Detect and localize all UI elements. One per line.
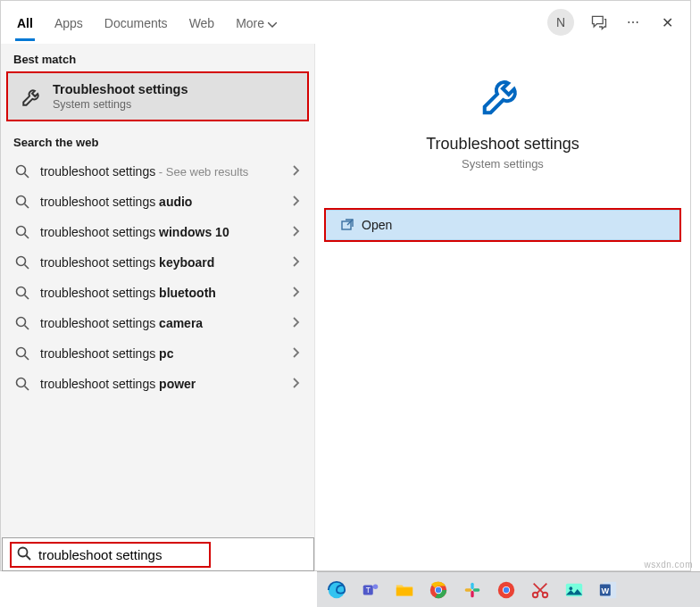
best-match-item[interactable]: Troubleshoot settings System settings (6, 71, 309, 121)
svg-point-21 (373, 584, 379, 589)
chevron-right-icon (293, 377, 300, 391)
user-avatar[interactable]: N (547, 9, 574, 36)
open-icon (340, 218, 354, 232)
taskbar-explorer-icon[interactable] (390, 577, 419, 603)
suggestion-audio[interactable]: troubleshoot settings audio (1, 187, 314, 217)
svg-point-37 (570, 586, 573, 590)
chevron-right-icon (293, 346, 300, 361)
svg-point-33 (504, 586, 509, 592)
best-match-title: Troubleshoot settings (53, 82, 188, 96)
taskbar-photos-icon[interactable] (560, 577, 588, 603)
best-match-label: Best match (1, 44, 314, 71)
feedback-icon[interactable] (590, 13, 608, 31)
svg-line-13 (25, 356, 29, 361)
tab-apps[interactable]: Apps (44, 4, 94, 41)
taskbar-chrome-icon[interactable] (424, 577, 453, 603)
taskbar: T W (317, 571, 700, 607)
watermark: wsxdn.com (644, 560, 693, 570)
search-bar[interactable] (2, 537, 314, 571)
svg-line-18 (27, 555, 31, 560)
svg-point-8 (17, 287, 26, 296)
suggestion-text: troubleshoot settings pc (40, 346, 282, 361)
search-icon (15, 316, 29, 330)
svg-rect-28 (465, 588, 472, 591)
action-open[interactable]: Open (326, 210, 679, 240)
chevron-right-icon (293, 255, 300, 270)
preview-subtitle: System settings (462, 157, 544, 170)
action-open-highlight: Open (324, 208, 681, 242)
suggestion-keyboard[interactable]: troubleshoot settings keyboard (1, 247, 314, 278)
svg-point-14 (17, 378, 26, 387)
search-panel: All Apps Documents Web More N ⋯ ✕ Best m… (0, 0, 691, 571)
search-icon (15, 164, 29, 179)
chevron-right-icon (293, 195, 300, 209)
tab-more-label: More (236, 16, 264, 30)
svg-line-7 (25, 265, 29, 270)
svg-rect-27 (471, 582, 473, 589)
svg-point-10 (17, 318, 26, 327)
search-icon (17, 546, 31, 563)
svg-point-0 (17, 166, 26, 175)
taskbar-slack-icon[interactable] (458, 577, 487, 603)
svg-text:T: T (366, 586, 371, 594)
svg-rect-23 (396, 587, 412, 595)
chevron-right-icon (293, 164, 300, 179)
chevron-down-icon (268, 16, 277, 30)
preview-title: Troubleshoot settings (426, 135, 579, 154)
svg-point-26 (436, 586, 441, 592)
search-web-label: Search the web (1, 127, 314, 154)
search-icon (15, 346, 29, 361)
search-icon (15, 225, 29, 239)
best-match-subtitle: System settings (53, 98, 188, 111)
taskbar-snip-icon[interactable] (526, 577, 554, 603)
more-options-icon[interactable]: ⋯ (624, 13, 642, 31)
svg-line-9 (25, 295, 29, 300)
taskbar-teams-icon[interactable]: T (356, 577, 385, 603)
suggestion-text: troubleshoot settings keyboard (40, 255, 282, 270)
suggestion-bluetooth[interactable]: troubleshoot settings bluetooth (1, 278, 314, 308)
taskbar-word-icon[interactable]: W (594, 577, 622, 603)
svg-point-17 (19, 547, 28, 556)
suggestion-list: troubleshoot settings - See web results … (1, 154, 314, 401)
wrench-icon (21, 85, 44, 108)
suggestion-text: troubleshoot settings - See web results (40, 164, 282, 179)
suggestion-power[interactable]: troubleshoot settings power (1, 369, 314, 399)
chevron-right-icon (293, 316, 300, 330)
suggestion-text: troubleshoot settings power (40, 377, 282, 391)
tab-web[interactable]: Web (179, 4, 226, 41)
search-icon (15, 286, 29, 300)
svg-point-12 (17, 348, 26, 357)
svg-line-15 (25, 387, 29, 391)
action-open-label: Open (362, 218, 392, 232)
suggestion-windows10[interactable]: troubleshoot settings windows 10 (1, 217, 314, 247)
chevron-right-icon (293, 225, 300, 239)
search-icon (15, 195, 29, 209)
search-icon (15, 255, 29, 270)
suggestion-pc[interactable]: troubleshoot settings pc (1, 338, 314, 369)
tab-documents[interactable]: Documents (94, 4, 179, 41)
search-icon (15, 377, 29, 391)
close-icon[interactable]: ✕ (658, 13, 676, 31)
suggestion-text: troubleshoot settings audio (40, 195, 282, 209)
preview-pane: Troubleshoot settings System settings Op… (315, 44, 690, 570)
suggestion-text: troubleshoot settings camera (40, 316, 282, 330)
svg-point-4 (17, 227, 26, 236)
svg-text:W: W (601, 586, 609, 595)
svg-line-3 (25, 204, 29, 209)
svg-point-2 (17, 196, 26, 205)
wrench-icon (479, 71, 527, 119)
filter-tabs: All Apps Documents Web More N ⋯ ✕ (1, 1, 690, 44)
search-input[interactable] (38, 547, 204, 562)
svg-line-1 (25, 174, 29, 179)
tab-more[interactable]: More (225, 4, 288, 41)
suggestion-web-results[interactable]: troubleshoot settings - See web results (1, 156, 314, 187)
svg-rect-29 (471, 590, 473, 597)
chevron-right-icon (293, 286, 300, 300)
svg-line-5 (25, 235, 29, 239)
suggestion-camera[interactable]: troubleshoot settings camera (1, 308, 314, 338)
taskbar-edge-icon[interactable] (322, 577, 351, 603)
taskbar-chrome2-icon[interactable] (492, 577, 521, 603)
tab-all[interactable]: All (6, 4, 44, 41)
svg-line-11 (25, 326, 29, 330)
results-list: Best match Troubleshoot settings System … (1, 44, 315, 570)
